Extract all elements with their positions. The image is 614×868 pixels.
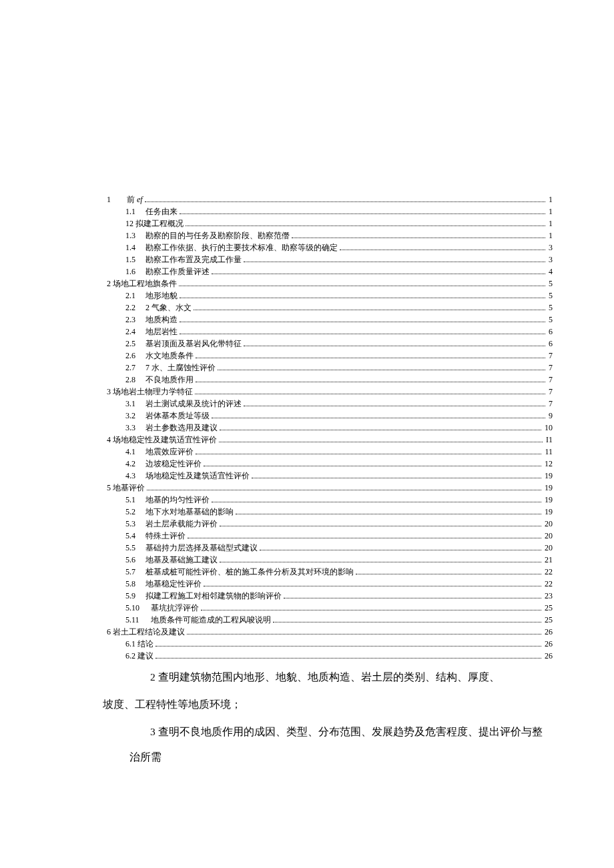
toc-leader-dots xyxy=(186,226,545,226)
toc-entry-number: 3.2 xyxy=(125,410,145,422)
toc-entry-page: 12 xyxy=(543,458,553,470)
toc-entry-page: 5 xyxy=(547,302,553,314)
toc-entry: 5.3岩土层承载能力评价20 xyxy=(107,518,553,530)
toc-leader-dots xyxy=(196,454,541,454)
body-paragraph-3: 3 查明不良地质作用的成因、类型、分布范围、发展趋势及危害程度、提出评价与整治所… xyxy=(107,719,553,769)
toc-entry: 2.5基岩顶面及基岩风化带特征6 xyxy=(107,338,553,350)
toc-entry-label: 基岩顶面及基岩风化带特征 xyxy=(145,338,242,350)
toc-entry-number: 2.4 xyxy=(125,326,145,338)
table-of-contents: 1前 ef11.1任务由来112 拟建工程概况11.3勘察的目的与任务及勘察阶段… xyxy=(107,193,553,662)
toc-entry: 2.22 气象、水文5 xyxy=(107,302,553,314)
toc-entry-page: 19 xyxy=(543,506,553,518)
toc-leader-dots xyxy=(180,322,545,322)
toc-entry-label: 地质构造 xyxy=(145,314,178,326)
toc-entry-page: I1 xyxy=(545,434,553,446)
toc-leader-dots xyxy=(156,646,541,646)
toc-entry-page: 19 xyxy=(543,482,553,494)
toc-leader-dots xyxy=(196,382,545,382)
toc-entry: 5.7桩基成桩可能性评价、桩的施工条件分析及其对环境的影响22 xyxy=(107,566,553,578)
toc-entry-number: 3.1 xyxy=(125,398,145,410)
toc-entry: 5.1地基的均匀性评价19 xyxy=(107,494,553,506)
toc-entry: 3.3岩土参数选用及建议10 xyxy=(107,422,553,434)
toc-leader-dots xyxy=(244,262,545,262)
toc-entry-page: 19 xyxy=(543,470,553,482)
toc-leader-dots xyxy=(201,610,541,610)
toc-entry-page: 22 xyxy=(543,578,553,590)
toc-leader-dots xyxy=(194,310,545,310)
toc-entry-label: 拟建工程施工对相邻建筑物的影响评价 xyxy=(145,590,282,602)
toc-entry-number: 4.2 xyxy=(125,458,145,470)
toc-entry-label: 6.2 建议 xyxy=(125,650,154,662)
toc-leader-dots xyxy=(220,562,541,562)
toc-entry-label: 基坑抗浮评价 xyxy=(151,602,199,614)
toc-entry: 1.6勘察工作质量评述4 xyxy=(107,266,553,278)
toc-entry-page: 5 xyxy=(547,314,553,326)
toc-entry-label: 场地稳定性及建筑适宜性评价 xyxy=(145,470,250,482)
toc-entry-page: 26 xyxy=(543,638,553,650)
toc-entry: 12 拟建工程概况1 xyxy=(107,218,553,230)
toc-entry-number: 1.6 xyxy=(125,266,145,278)
toc-entry: 2.1地形地貌5 xyxy=(107,290,553,302)
toc-entry-number: 2.8 xyxy=(125,374,145,386)
toc-entry-page: 7 xyxy=(547,386,553,398)
toc-leader-dots xyxy=(340,250,545,250)
toc-entry-label: 不良地质作用 xyxy=(145,374,194,386)
toc-entry-page: 25 xyxy=(543,602,553,614)
toc-entry-number: 2.7 xyxy=(125,362,145,374)
toc-entry-page: 1 xyxy=(547,230,553,242)
toc-entry-page: 1 xyxy=(547,193,553,205)
toc-entry-number: 5.11 xyxy=(125,614,151,626)
toc-entry-page: 7 xyxy=(547,350,553,362)
toc-entry-number: 1.3 xyxy=(125,230,145,242)
document-page: 1前 ef11.1任务由来112 拟建工程概况11.3勘察的目的与任务及勘察阶段… xyxy=(0,0,614,809)
toc-entry-page: 6 xyxy=(547,338,553,350)
toc-entry-label: 边坡稳定性评价 xyxy=(145,458,202,470)
toc-leader-dots xyxy=(244,406,545,406)
toc-leader-dots xyxy=(220,526,541,526)
toc-entry-page: 23 xyxy=(543,590,553,602)
toc-leader-dots xyxy=(180,334,545,334)
toc-entry-label: 前 ef xyxy=(127,193,143,205)
toc-leader-dots xyxy=(218,370,545,370)
toc-entry-label: 地层岩性 xyxy=(145,326,178,338)
toc-entry-page: 11 xyxy=(543,446,553,458)
toc-entry-number: 5.7 xyxy=(125,566,145,578)
toc-entry-label: 基础持力层选择及基础型式建议 xyxy=(145,542,258,554)
toc-entry-page: 1 xyxy=(547,218,553,230)
toc-entry-label: 特殊土评价 xyxy=(145,530,186,542)
toc-entry-label: 2 气象、水文 xyxy=(145,302,192,314)
toc-entry-label: 勘察工作布置及完成工作量 xyxy=(145,254,242,266)
toc-entry-label: 岩土参数选用及建议 xyxy=(145,422,218,434)
toc-entry-page: 7 xyxy=(547,374,553,386)
toc-entry: 5.2地下水对地基基础的影响19 xyxy=(107,506,553,518)
toc-entry-number: 5.5 xyxy=(125,542,145,554)
toc-entry: 5.8地基稳定性评价22 xyxy=(107,578,553,590)
toc-entry-number: 1.1 xyxy=(125,205,145,218)
toc-leader-dots xyxy=(244,346,545,346)
toc-entry-page: 22 xyxy=(543,566,553,578)
toc-leader-dots xyxy=(204,466,541,466)
toc-entry-number: 5.1 xyxy=(125,494,145,506)
toc-entry-number: 5.2 xyxy=(125,506,145,518)
toc-entry-page: 3 xyxy=(547,254,553,266)
toc-entry: 3.1岩土测试成果及统计的评述7 xyxy=(107,398,553,410)
toc-entry: 2.6水文地质条件7 xyxy=(107,350,553,362)
toc-entry-page: 5 xyxy=(547,290,553,302)
toc-entry-number: 1.4 xyxy=(125,242,145,254)
toc-entry: 1.5勘察工作布置及完成工作量3 xyxy=(107,254,553,266)
toc-entry-number: 2.6 xyxy=(125,350,145,362)
toc-entry: 5.9拟建工程施工对相邻建筑物的影响评价23 xyxy=(107,590,553,602)
toc-leader-dots xyxy=(292,238,545,238)
toc-entry-label: 12 拟建工程概况 xyxy=(125,218,184,230)
toc-entry-label: 6.1 结论 xyxy=(125,638,154,650)
toc-leader-dots xyxy=(219,442,543,442)
toc-entry: 1前 ef1 xyxy=(107,193,553,205)
toc-entry-page: 20 xyxy=(543,542,553,554)
toc-entry: 4.3场地稳定性及建筑适宜性评价19 xyxy=(107,470,553,482)
toc-leader-dots xyxy=(187,634,541,634)
toc-entry-label: 地质条件可能造成的工程风唆说明 xyxy=(151,614,271,626)
toc-entry-number: 1 xyxy=(107,193,127,205)
toc-entry-page: 3 xyxy=(547,242,553,254)
toc-leader-dots xyxy=(204,586,541,586)
toc-entry: 2.8不良地质作用7 xyxy=(107,374,553,386)
